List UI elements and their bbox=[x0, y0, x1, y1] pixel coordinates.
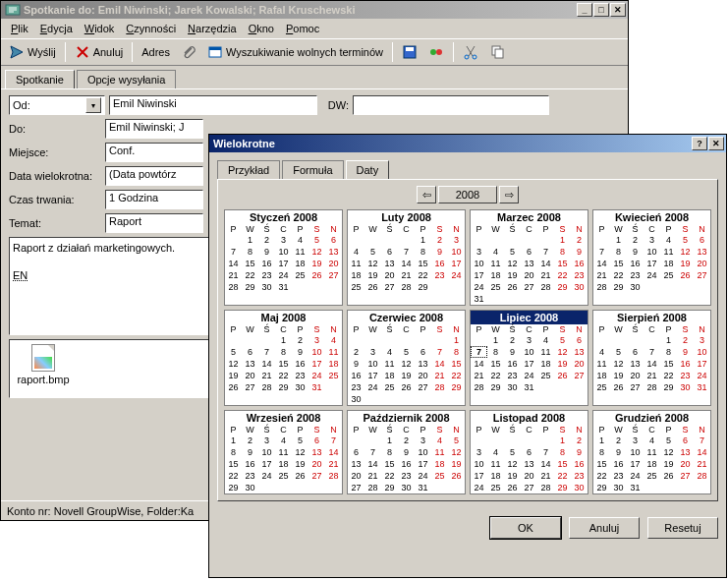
day-cell[interactable]: 20 bbox=[521, 269, 537, 281]
day-cell[interactable]: 28 bbox=[644, 381, 660, 393]
day-cell[interactable]: 15 bbox=[225, 458, 242, 470]
month-czerwiec[interactable]: Czerwiec 2008PWŚCPSN 1234567891011121314… bbox=[347, 310, 466, 406]
day-cell[interactable]: 23 bbox=[242, 470, 258, 482]
cancel-button[interactable]: Anuluj bbox=[71, 42, 128, 62]
from-input[interactable]: Emil Niwinski bbox=[109, 95, 317, 115]
day-cell[interactable]: 14 bbox=[593, 258, 610, 269]
day-cell[interactable]: 19 bbox=[554, 358, 571, 370]
day-cell[interactable]: 21 bbox=[325, 458, 342, 470]
day-cell[interactable]: 12 bbox=[364, 258, 381, 269]
day-cell[interactable]: 11 bbox=[487, 258, 504, 269]
day-cell[interactable]: 29 bbox=[275, 381, 292, 393]
day-cell[interactable]: 3 bbox=[471, 246, 487, 258]
tab-daty[interactable]: Daty bbox=[346, 160, 390, 179]
day-cell[interactable]: 11 bbox=[487, 458, 504, 470]
day-cell[interactable]: 29 bbox=[381, 482, 398, 493]
day-cell[interactable]: 17 bbox=[471, 470, 487, 482]
day-cell[interactable]: 23 bbox=[677, 370, 694, 381]
day-cell[interactable]: 5 bbox=[660, 435, 677, 446]
day-cell[interactable]: 29 bbox=[610, 281, 627, 293]
day-cell[interactable]: 7 bbox=[694, 435, 710, 446]
day-cell[interactable]: 29 bbox=[415, 281, 431, 293]
day-cell[interactable]: 10 bbox=[521, 346, 537, 358]
day-cell[interactable]: 6 bbox=[521, 446, 537, 458]
day-cell[interactable]: 24 bbox=[308, 370, 325, 381]
day-cell[interactable]: 23 bbox=[571, 269, 588, 281]
day-cell[interactable]: 29 bbox=[660, 381, 677, 393]
day-cell[interactable]: 20 bbox=[415, 370, 431, 381]
day-cell[interactable]: 24 bbox=[694, 370, 710, 381]
day-cell[interactable]: 25 bbox=[487, 281, 504, 293]
day-cell[interactable]: 8 bbox=[554, 246, 571, 258]
day-cell[interactable]: 19 bbox=[398, 370, 415, 381]
day-cell[interactable]: 14 bbox=[694, 446, 710, 458]
day-cell[interactable]: 1 bbox=[554, 435, 571, 446]
day-cell[interactable]: 9 bbox=[571, 446, 588, 458]
day-cell[interactable]: 10 bbox=[308, 346, 325, 358]
day-cell[interactable]: 9 bbox=[348, 358, 364, 370]
day-cell[interactable]: 3 bbox=[308, 334, 325, 346]
day-cell[interactable]: 2 bbox=[610, 435, 627, 446]
day-cell[interactable]: 3 bbox=[694, 334, 710, 346]
day-cell[interactable]: 24 bbox=[644, 269, 660, 281]
day-cell[interactable]: 2 bbox=[348, 346, 364, 358]
day-cell[interactable]: 15 bbox=[415, 258, 431, 269]
day-cell[interactable]: 3 bbox=[448, 234, 465, 246]
day-cell[interactable]: 15 bbox=[275, 358, 292, 370]
day-cell[interactable]: 18 bbox=[348, 269, 364, 281]
day-cell[interactable]: 26 bbox=[504, 482, 521, 493]
day-cell[interactable]: 21 bbox=[694, 458, 710, 470]
day-cell[interactable]: 15 bbox=[593, 458, 610, 470]
day-cell[interactable]: 25 bbox=[325, 370, 342, 381]
day-cell[interactable]: 10 bbox=[364, 358, 381, 370]
day-cell[interactable]: 19 bbox=[504, 470, 521, 482]
day-cell[interactable]: 12 bbox=[660, 446, 677, 458]
day-cell[interactable]: 14 bbox=[398, 258, 415, 269]
close-button[interactable]: ✕ bbox=[610, 3, 626, 17]
day-cell[interactable]: 19 bbox=[292, 458, 308, 470]
day-cell[interactable]: 16 bbox=[348, 370, 364, 381]
day-cell[interactable]: 30 bbox=[504, 381, 521, 393]
day-cell[interactable]: 8 bbox=[415, 246, 431, 258]
day-cell[interactable]: 9 bbox=[292, 346, 308, 358]
day-cell[interactable]: 17 bbox=[644, 258, 660, 269]
day-cell[interactable]: 20 bbox=[308, 458, 325, 470]
day-cell[interactable]: 16 bbox=[242, 458, 258, 470]
attachment-item[interactable]: raport.bmp bbox=[14, 344, 73, 393]
day-cell[interactable]: 2 bbox=[571, 234, 588, 246]
day-cell[interactable]: 21 bbox=[537, 269, 554, 281]
month-luty[interactable]: Luty 2008PWŚCPSN 12345678910111213141516… bbox=[347, 209, 466, 306]
day-cell[interactable]: 18 bbox=[487, 269, 504, 281]
day-cell[interactable]: 28 bbox=[258, 381, 275, 393]
day-cell[interactable]: 28 bbox=[364, 482, 381, 493]
day-cell[interactable]: 1 bbox=[610, 234, 627, 246]
cut-icon[interactable] bbox=[459, 42, 482, 62]
day-cell[interactable]: 24 bbox=[471, 281, 487, 293]
day-cell[interactable]: 30 bbox=[398, 482, 415, 493]
day-cell[interactable]: 16 bbox=[571, 258, 588, 269]
day-cell[interactable]: 24 bbox=[471, 482, 487, 493]
day-cell[interactable]: 1 bbox=[593, 435, 610, 446]
day-cell[interactable]: 22 bbox=[593, 470, 610, 482]
day-cell[interactable]: 20 bbox=[571, 358, 588, 370]
day-cell[interactable]: 18 bbox=[325, 358, 342, 370]
menu-pomoc[interactable]: Pomoc bbox=[280, 21, 325, 36]
day-cell[interactable]: 15 bbox=[242, 258, 258, 269]
day-cell[interactable]: 28 bbox=[431, 381, 448, 393]
day-cell[interactable]: 11 bbox=[644, 446, 660, 458]
day-cell[interactable]: 4 bbox=[431, 435, 448, 446]
day-cell[interactable]: 17 bbox=[258, 458, 275, 470]
day-cell[interactable]: 27 bbox=[627, 381, 644, 393]
day-cell[interactable]: 17 bbox=[521, 358, 537, 370]
day-cell[interactable]: 16 bbox=[571, 458, 588, 470]
day-cell[interactable]: 30 bbox=[348, 393, 364, 405]
day-cell[interactable]: 22 bbox=[554, 269, 571, 281]
day-cell[interactable]: 31 bbox=[694, 381, 710, 393]
day-cell[interactable]: 26 bbox=[660, 470, 677, 482]
day-cell[interactable]: 13 bbox=[677, 446, 694, 458]
day-cell[interactable]: 1 bbox=[242, 234, 258, 246]
day-cell[interactable]: 30 bbox=[571, 281, 588, 293]
tab-formula[interactable]: Formuła bbox=[282, 160, 343, 179]
day-cell[interactable]: 8 bbox=[448, 346, 465, 358]
day-cell[interactable]: 14 bbox=[364, 458, 381, 470]
